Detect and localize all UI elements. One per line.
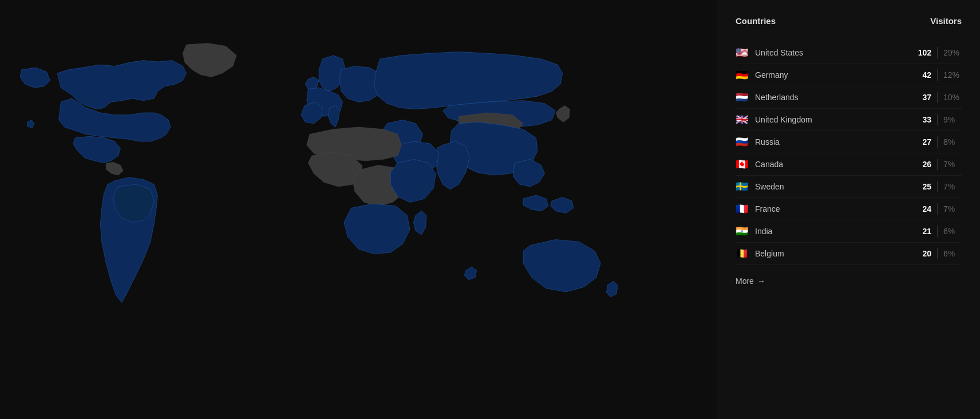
- country-pct: 7%: [943, 204, 962, 214]
- divider: [937, 248, 938, 259]
- divider: [937, 226, 938, 237]
- more-link[interactable]: More →: [736, 276, 962, 286]
- country-flag: 🇧🇪: [736, 249, 748, 258]
- country-count: 20: [911, 249, 931, 258]
- country-pct: 29%: [943, 48, 962, 57]
- country-flag: 🇮🇳: [736, 227, 748, 236]
- divider: [937, 203, 938, 215]
- country-flag: 🇷🇺: [736, 137, 748, 147]
- country-list: 🇺🇸 United States 102 29% 🇩🇪 Germany 42 1…: [736, 42, 962, 265]
- divider: [937, 69, 938, 81]
- country-name: United Kingdom: [755, 115, 911, 124]
- divider: [937, 47, 938, 58]
- country-count: 33: [911, 115, 931, 124]
- country-count: 25: [911, 182, 931, 191]
- divider: [937, 136, 938, 148]
- divider: [937, 92, 938, 103]
- country-row[interactable]: 🇩🇪 Germany 42 12%: [736, 64, 962, 86]
- country-count: 42: [911, 70, 931, 80]
- divider: [937, 114, 938, 125]
- country-name: Sweden: [755, 182, 911, 191]
- world-map-container: .land-blue { fill: #0d2a5c; stroke: #1e5…: [0, 0, 717, 419]
- country-name: India: [755, 227, 911, 236]
- country-row[interactable]: 🇮🇳 India 21 6%: [736, 220, 962, 243]
- country-flag: 🇸🇪: [736, 182, 748, 191]
- more-label: More: [736, 276, 754, 286]
- country-flag: 🇨🇦: [736, 160, 748, 169]
- country-flag: 🇬🇧: [736, 115, 748, 124]
- country-count: 24: [911, 204, 931, 214]
- country-flag: 🇳🇱: [736, 93, 748, 102]
- country-count: 21: [911, 227, 931, 236]
- country-row[interactable]: 🇬🇧 United Kingdom 33 9%: [736, 109, 962, 131]
- country-row[interactable]: 🇧🇪 Belgium 20 6%: [736, 243, 962, 265]
- country-row[interactable]: 🇺🇸 United States 102 29%: [736, 42, 962, 64]
- country-row[interactable]: 🇷🇺 Russia 27 8%: [736, 131, 962, 153]
- countries-column-header: Countries: [736, 16, 776, 26]
- country-name: Germany: [755, 70, 911, 80]
- country-row[interactable]: 🇸🇪 Sweden 25 7%: [736, 176, 962, 198]
- visitors-column-header: Visitors: [930, 16, 962, 26]
- country-name: Russia: [755, 137, 911, 147]
- arrow-icon: →: [757, 276, 765, 286]
- country-pct: 7%: [943, 160, 962, 169]
- country-count: 27: [911, 137, 931, 147]
- country-flag: 🇺🇸: [736, 48, 748, 57]
- country-pct: 9%: [943, 115, 962, 124]
- country-pct: 6%: [943, 249, 962, 258]
- country-count: 26: [911, 160, 931, 169]
- country-row[interactable]: 🇨🇦 Canada 26 7%: [736, 153, 962, 176]
- country-name: Canada: [755, 160, 911, 169]
- country-name: Belgium: [755, 249, 911, 258]
- country-pct: 12%: [943, 70, 962, 80]
- divider: [937, 159, 938, 170]
- country-name: Netherlands: [755, 93, 911, 102]
- country-flag: 🇩🇪: [736, 70, 748, 80]
- country-count: 37: [911, 93, 931, 102]
- country-count: 102: [911, 48, 931, 57]
- country-pct: 8%: [943, 137, 962, 147]
- country-row[interactable]: 🇫🇷 France 24 7%: [736, 198, 962, 220]
- country-name: United States: [755, 48, 911, 57]
- panel-header: Countries Visitors: [736, 16, 962, 31]
- country-name: France: [755, 204, 911, 214]
- country-pct: 6%: [943, 227, 962, 236]
- divider: [937, 181, 938, 192]
- country-row[interactable]: 🇳🇱 Netherlands 37 10%: [736, 86, 962, 109]
- countries-panel: Countries Visitors 🇺🇸 United States 102 …: [717, 0, 980, 419]
- country-pct: 10%: [943, 93, 962, 102]
- country-pct: 7%: [943, 182, 962, 191]
- country-flag: 🇫🇷: [736, 204, 748, 214]
